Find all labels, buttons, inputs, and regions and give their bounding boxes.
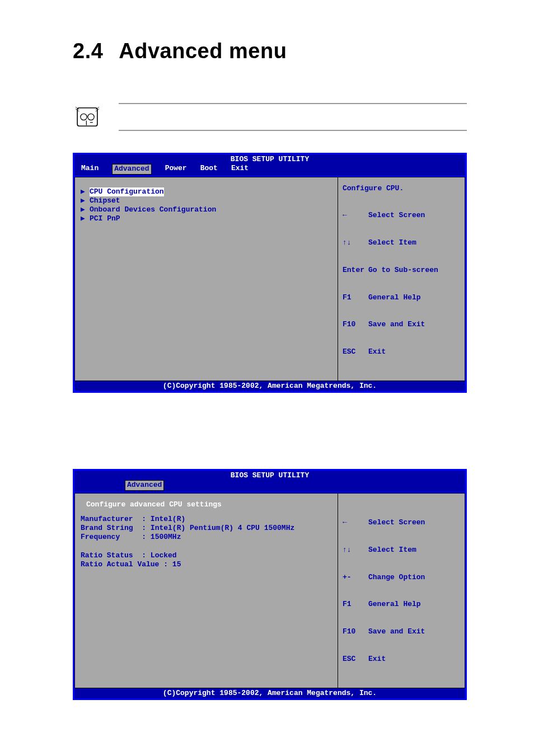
svg-point-1 (81, 114, 87, 120)
frequency-row: Frequency : 1500MHz (81, 533, 181, 541)
cpu-chip-icon (73, 102, 102, 132)
bios-screenshot-advanced-menu: BIOS SETUP UTILITY Main Advanced Power B… (73, 153, 467, 393)
manufacturer-row: Manufacturer : Intel(R) (81, 515, 185, 523)
key-legend: ←Select Screen ↑↓Select Item +-Change Op… (343, 500, 460, 682)
key-updown-icon: ↑↓ (343, 238, 368, 247)
key-left-icon: ← (343, 211, 368, 220)
bios-copyright: (C)Copyright 1985-2002, American Megatre… (74, 688, 465, 698)
tab-boot[interactable]: Boot (200, 164, 218, 174)
brand-string-row: Brand String : Intel(R) Pentium(R) 4 CPU… (81, 524, 294, 532)
bios-tab-bar: Advanced (74, 480, 465, 491)
key-enter: Enter (343, 266, 368, 275)
key-legend: ←Select Screen ↑↓Select Item EnterGo to … (343, 193, 460, 375)
divider (119, 103, 467, 104)
key-esc: ESC (343, 655, 368, 664)
key-f1: F1 (343, 293, 368, 302)
tab-power[interactable]: Power (165, 164, 187, 174)
key-f1: F1 (343, 600, 368, 609)
menu-item-cpu-configuration[interactable]: ▶ CPU Configuration (81, 187, 332, 196)
submenu-arrow-icon: ▶ (81, 205, 87, 214)
key-f10: F10 (343, 320, 368, 329)
bios-copyright: (C)Copyright 1985-2002, American Megatre… (74, 381, 465, 391)
help-text: Configure CPU. (343, 184, 460, 193)
key-esc: ESC (343, 348, 368, 356)
submenu-arrow-icon: ▶ (81, 214, 87, 223)
tab-advanced[interactable]: Advanced (112, 164, 151, 174)
divider (119, 130, 467, 131)
ratio-status-row: Ratio Status : Locked (81, 551, 177, 560)
ratio-actual-row: Ratio Actual Value : 15 (81, 560, 181, 569)
tab-advanced[interactable]: Advanced (125, 480, 164, 490)
menu-item-pci-pnp[interactable]: ▶ PCI PnP (81, 214, 332, 223)
submenu-arrow-icon: ▶ (81, 196, 87, 205)
key-plus-minus: +- (343, 573, 368, 582)
key-updown-icon: ↑↓ (343, 546, 368, 555)
tab-main[interactable]: Main (81, 164, 99, 174)
menu-item-chipset[interactable]: ▶ Chipset (81, 196, 332, 205)
section-number: 2.4 (73, 39, 103, 63)
page-title: 2.4Advanced menu (73, 39, 467, 63)
bios-title: BIOS SETUP UTILITY (74, 154, 465, 164)
key-left-icon: ← (343, 518, 368, 527)
bios-tab-bar: Main Advanced Power Boot Exit (74, 164, 465, 175)
key-f10: F10 (343, 627, 368, 636)
menu-item-onboard-devices[interactable]: ▶ Onboard Devices Configuration (81, 205, 332, 214)
bios-title: BIOS SETUP UTILITY (74, 471, 465, 480)
bios-screenshot-cpu-configuration: BIOS SETUP UTILITY Advanced Configure ad… (73, 469, 467, 700)
cpu-settings-heading: Configure advanced CPU settings (81, 500, 332, 510)
section-title-text: Advanced menu (119, 39, 287, 63)
svg-point-2 (88, 114, 94, 120)
cpu-info-block: Manufacturer : Intel(R) Brand String : I… (81, 515, 332, 570)
tab-exit[interactable]: Exit (231, 164, 249, 174)
submenu-arrow-icon: ▶ (81, 187, 87, 196)
